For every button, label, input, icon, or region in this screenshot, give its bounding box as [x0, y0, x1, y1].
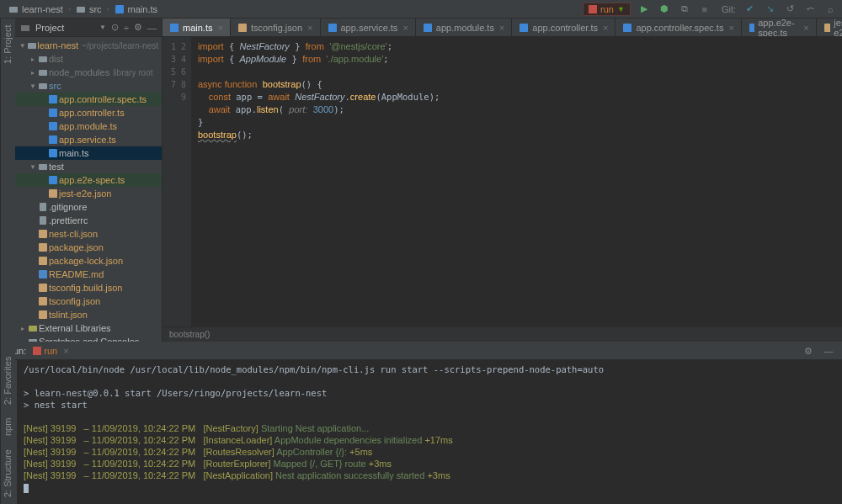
- tree-node[interactable]: tsconfig.json: [15, 294, 162, 308]
- tree-node[interactable]: app.service.ts: [15, 133, 162, 146]
- svg-rect-31: [424, 24, 432, 32]
- svg-rect-10: [49, 109, 57, 117]
- npm-icon: [589, 5, 597, 13]
- editor-tab[interactable]: jest-e2e.json×: [817, 19, 842, 36]
- code-editor[interactable]: import { NestFactory } from '@nestjs/cor…: [191, 37, 842, 326]
- editor-tab[interactable]: main.ts×: [163, 19, 231, 36]
- search-icon[interactable]: ⌕: [823, 3, 837, 16]
- debug-button[interactable]: ⬢: [658, 3, 671, 16]
- dropdown-icon[interactable]: ▼: [99, 24, 106, 31]
- console-output[interactable]: /usr/local/bin/node /usr/local/lib/node_…: [17, 360, 842, 504]
- run-tool-window: Run: run × ⚙ — ↻ ■ ⎙ /usr/local/bin/node…: [0, 342, 842, 504]
- run-config-tab[interactable]: run ×: [33, 346, 68, 356]
- tree-node[interactable]: app.e2e-spec.ts: [15, 173, 162, 187]
- left-tool-tabs[interactable]: 1: Project: [0, 19, 15, 342]
- panel-title: Project: [35, 23, 94, 33]
- tree-node[interactable]: ▸External Libraries: [15, 321, 162, 335]
- project-tree[interactable]: ▼learn-nest~/projects/learn-nest▸dist▸no…: [15, 37, 162, 342]
- tree-node[interactable]: nest-cli.json: [15, 227, 162, 241]
- gear-icon[interactable]: ⚙: [802, 344, 815, 358]
- editor-tab[interactable]: app.controller.spec.ts×: [616, 19, 741, 36]
- svg-rect-13: [49, 149, 57, 157]
- stop-button[interactable]: ■: [698, 3, 711, 16]
- hide-icon[interactable]: —: [822, 344, 835, 358]
- tree-node[interactable]: package-lock.json: [15, 254, 162, 268]
- editor-tab[interactable]: app.controller.ts×: [512, 19, 616, 36]
- svg-rect-1: [77, 7, 85, 13]
- tree-node[interactable]: app.controller.ts: [15, 106, 162, 119]
- tab-npm[interactable]: npm: [1, 415, 15, 439]
- tree-node[interactable]: tsconfig.build.json: [15, 281, 162, 294]
- tree-node[interactable]: tslint.json: [15, 308, 162, 321]
- tree-node[interactable]: ▼src: [15, 79, 162, 93]
- select-opened-icon[interactable]: ⊙: [111, 22, 119, 33]
- svg-rect-27: [29, 339, 37, 342]
- run-config-selector[interactable]: run ▼: [583, 3, 631, 16]
- gear-icon[interactable]: ⚙: [134, 22, 142, 33]
- crumb-file[interactable]: main.ts: [111, 4, 161, 14]
- crumb-project[interactable]: learn-nest: [5, 4, 67, 14]
- editor-breadcrumb[interactable]: bootstrap(): [163, 326, 842, 342]
- tree-node[interactable]: app.module.ts: [15, 119, 162, 133]
- left-tool-tabs-bottom[interactable]: 2: Structure npm 2: Favorites: [0, 342, 15, 504]
- history-icon[interactable]: ↺: [783, 3, 797, 16]
- svg-rect-26: [29, 326, 37, 332]
- tab-structure[interactable]: 2: Structure: [1, 446, 15, 501]
- tree-node[interactable]: Scratches and Consoles: [15, 335, 162, 342]
- editor-tab[interactable]: tsconfig.json×: [231, 19, 321, 36]
- svg-rect-22: [39, 270, 47, 279]
- svg-rect-21: [39, 257, 47, 265]
- tree-node[interactable]: ▸dist: [15, 52, 162, 66]
- tree-node[interactable]: jest-e2e.json: [15, 187, 162, 200]
- tree-node[interactable]: ▸node_moduleslibrary root: [15, 66, 162, 79]
- collapse-icon[interactable]: ÷: [124, 23, 129, 33]
- svg-rect-28: [170, 24, 179, 32]
- svg-rect-32: [520, 24, 528, 32]
- git-commit-icon[interactable]: ✔: [743, 3, 756, 16]
- svg-rect-5: [28, 43, 36, 49]
- svg-rect-0: [9, 7, 18, 13]
- tab-project[interactable]: 1: Project: [1, 22, 15, 67]
- editor-tab[interactable]: app.service.ts×: [321, 19, 416, 36]
- toolbar-actions: run ▼ ▶ ⬢ ⧉ ■ Git: ✔ ↘ ↺ ⤺ ⌕: [583, 3, 837, 16]
- run-button[interactable]: ▶: [637, 3, 651, 16]
- close-icon: ×: [307, 23, 312, 33]
- project-panel: Project ▼ ⊙ ÷ ⚙ — ▼learn-nest~/projects/…: [15, 19, 163, 342]
- dropdown-icon: ▼: [617, 5, 625, 13]
- close-icon[interactable]: ×: [63, 346, 68, 356]
- svg-rect-3: [589, 5, 597, 13]
- editor-tab[interactable]: app.e2e-spec.ts×: [742, 19, 817, 36]
- attach-button[interactable]: ⧉: [678, 3, 691, 16]
- git-pull-icon[interactable]: ↘: [763, 3, 776, 16]
- svg-rect-29: [238, 24, 247, 32]
- svg-rect-24: [39, 297, 47, 305]
- tree-node[interactable]: package.json: [15, 241, 162, 254]
- top-toolbar: learn-nest › src › main.ts run ▼ ▶ ⬢ ⧉ ■…: [0, 0, 842, 19]
- svg-rect-36: [33, 347, 41, 355]
- tree-node[interactable]: .gitignore: [15, 200, 162, 214]
- line-gutter[interactable]: 1 2 3 4 5 6 7 8 9: [163, 37, 191, 326]
- tree-node[interactable]: app.controller.spec.ts: [15, 93, 162, 106]
- navigation-breadcrumbs: learn-nest › src › main.ts: [5, 4, 161, 14]
- tree-node[interactable]: .prettierrc: [15, 214, 162, 227]
- editor-tab[interactable]: app.module.ts×: [416, 19, 513, 36]
- tab-favorites[interactable]: 2: Favorites: [1, 353, 15, 407]
- svg-rect-8: [39, 83, 47, 89]
- tree-node[interactable]: ▼learn-nest~/projects/learn-nest: [15, 39, 162, 52]
- svg-rect-16: [49, 189, 57, 198]
- editor-area: main.ts×tsconfig.json×app.service.ts×app…: [163, 19, 842, 342]
- editor-tabs: main.ts×tsconfig.json×app.service.ts×app…: [163, 19, 842, 37]
- crumb-folder[interactable]: src: [72, 4, 105, 14]
- svg-rect-33: [623, 24, 632, 32]
- tree-node[interactable]: ▼test: [15, 160, 162, 173]
- revert-icon[interactable]: ⤺: [803, 3, 817, 16]
- svg-rect-14: [39, 164, 47, 170]
- close-icon: ×: [499, 23, 504, 33]
- svg-rect-12: [49, 135, 57, 144]
- tree-node[interactable]: README.md: [15, 268, 162, 281]
- svg-rect-15: [49, 176, 57, 184]
- project-icon: [20, 23, 30, 33]
- tree-node[interactable]: main.ts: [15, 146, 162, 160]
- hide-icon[interactable]: —: [147, 23, 157, 33]
- close-icon: ×: [402, 23, 408, 33]
